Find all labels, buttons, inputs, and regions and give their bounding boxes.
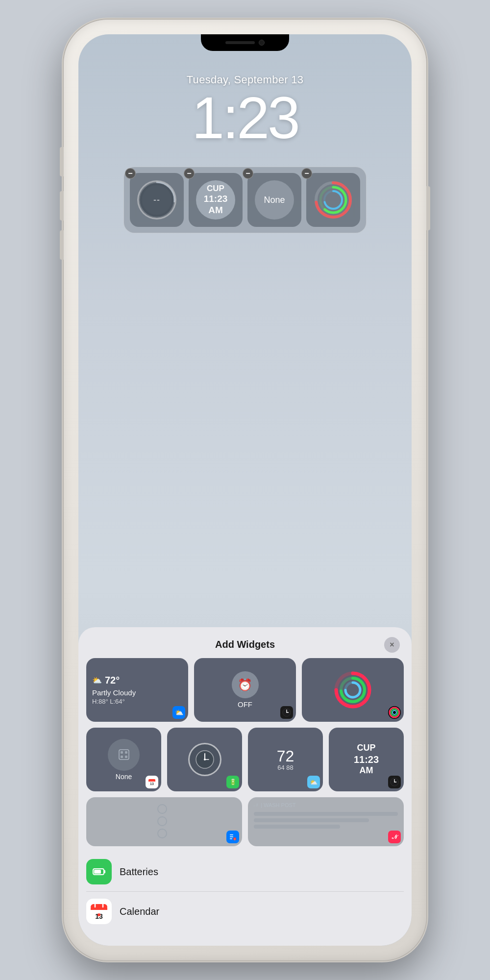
close-button[interactable]: × bbox=[384, 637, 400, 653]
rings-svg bbox=[314, 180, 353, 220]
temp-number-display: 72 64 88 bbox=[277, 748, 294, 771]
cup-circle: CUP 11:23 AM bbox=[196, 180, 235, 220]
reminder-row-2 bbox=[157, 816, 171, 826]
calendar-app-name: Calendar bbox=[120, 906, 159, 917]
wash-post-line-1 bbox=[254, 812, 398, 816]
svg-rect-23 bbox=[125, 751, 127, 754]
none-small-icon bbox=[108, 739, 140, 771]
svg-rect-38 bbox=[230, 836, 233, 837]
clock-app-badge bbox=[280, 706, 293, 719]
cup-am: AM bbox=[204, 205, 228, 216]
rings-widget[interactable]: − bbox=[306, 173, 360, 227]
reminders-card[interactable]: ! bbox=[86, 797, 242, 846]
weather-app-badge: ⛅ bbox=[172, 706, 185, 719]
news-app-badge: 𝒩 bbox=[388, 831, 401, 843]
wash-post-card[interactable]: 𝒩 | WASH POST 𝒩 bbox=[248, 797, 404, 846]
batteries-app-badge: 🔋 bbox=[226, 776, 239, 788]
svg-rect-22 bbox=[121, 751, 123, 754]
none-remove-button[interactable]: − bbox=[243, 168, 253, 179]
clock-badge-cup bbox=[388, 776, 401, 788]
wash-post-content bbox=[254, 812, 398, 829]
svg-rect-21 bbox=[119, 750, 129, 760]
activity-app-badge bbox=[388, 706, 401, 719]
batteries-list-item[interactable]: Batteries bbox=[86, 852, 404, 892]
cup-small-am: AM bbox=[354, 765, 379, 776]
calendar-app-badge: 13 bbox=[146, 776, 158, 788]
watch-face-circle bbox=[188, 743, 221, 776]
alarm-widget-card[interactable]: ⏰ OFF bbox=[194, 658, 296, 722]
activity-rings-svg bbox=[333, 670, 372, 710]
speaker bbox=[225, 41, 255, 44]
wash-post-line-2 bbox=[254, 818, 369, 822]
cup-small-text: CUP 11:23 AM bbox=[354, 743, 379, 776]
none-circle: None bbox=[255, 180, 294, 220]
wash-post-line-3 bbox=[254, 825, 340, 829]
add-widgets-panel: Add Widgets × ⛅ 72° Partly Cloudy H:88° … bbox=[78, 627, 412, 946]
dial-widget[interactable]: − -- bbox=[130, 173, 184, 227]
none-small-label: None bbox=[116, 773, 132, 781]
weather-small-badge: ⛅ bbox=[307, 776, 320, 788]
close-icon: × bbox=[390, 640, 394, 649]
reminders-app-badge: ! bbox=[226, 831, 239, 843]
watch-face-card[interactable]: 🔋 bbox=[167, 728, 242, 791]
svg-point-49 bbox=[98, 913, 100, 916]
front-camera bbox=[259, 40, 265, 46]
alarm-icon: ⏰ bbox=[232, 671, 259, 698]
svg-rect-37 bbox=[230, 834, 233, 835]
lock-time: 1:23 bbox=[192, 88, 298, 147]
svg-point-33 bbox=[204, 759, 206, 760]
app-list-section: Batteries 13 Calend bbox=[78, 852, 412, 931]
rings-remove-button[interactable]: − bbox=[301, 168, 312, 179]
activity-rings-card[interactable] bbox=[302, 658, 404, 722]
none-small-card[interactable]: None 13 bbox=[86, 728, 161, 791]
panel-header: Add Widgets × bbox=[78, 627, 412, 658]
temp-number-card[interactable]: 72 64 88 ⛅ bbox=[248, 728, 323, 791]
cup-widget[interactable]: − CUP 11:23 AM bbox=[189, 173, 243, 227]
cup-small-label: CUP bbox=[354, 743, 379, 754]
cup-text: CUP 11:23 AM bbox=[204, 184, 228, 216]
svg-text:13: 13 bbox=[150, 782, 154, 785]
first-widget-row: ⛅ 72° Partly Cloudy H:88° L:64° ⛅ ⏰ OFF bbox=[78, 658, 412, 722]
svg-rect-47 bbox=[91, 908, 107, 910]
dial-circle: -- bbox=[137, 180, 176, 220]
alarm-status: OFF bbox=[238, 700, 252, 709]
svg-rect-44 bbox=[104, 870, 105, 873]
wash-post-n-icon: 𝒩 bbox=[254, 802, 258, 808]
reminder-row-1 bbox=[157, 804, 171, 814]
batteries-app-icon bbox=[86, 859, 112, 884]
reminder-circle-2 bbox=[157, 816, 167, 826]
cup-small-card[interactable]: CUP 11:23 AM bbox=[329, 728, 404, 791]
reminder-row-3 bbox=[157, 829, 171, 838]
lock-screen: Tuesday, September 13 1:23 − -- bbox=[78, 34, 412, 377]
cup-time: 11:23 bbox=[204, 194, 228, 205]
calendar-list-item[interactable]: 13 Calendar bbox=[86, 892, 404, 931]
dial-remove-button[interactable]: − bbox=[125, 168, 136, 179]
cup-label: CUP bbox=[204, 184, 228, 194]
weather-widget-card[interactable]: ⛅ 72° Partly Cloudy H:88° L:64° ⛅ bbox=[86, 658, 188, 722]
temp-big-number: 72 bbox=[277, 748, 294, 764]
none-widget[interactable]: − None bbox=[247, 173, 301, 227]
second-widget-row: None 13 🔋 bbox=[78, 728, 412, 791]
weather-range: H:88° L:64° bbox=[92, 698, 182, 705]
wash-post-title: | WASH POST bbox=[261, 802, 296, 808]
svg-rect-39 bbox=[230, 838, 232, 839]
wash-post-header: 𝒩 | WASH POST bbox=[254, 802, 398, 808]
svg-rect-24 bbox=[121, 756, 123, 758]
third-widget-row: ! 𝒩 | WASH POST 𝒩 bbox=[78, 797, 412, 846]
notch bbox=[201, 34, 289, 51]
phone-screen: Tuesday, September 13 1:23 − -- bbox=[78, 34, 412, 946]
weather-temp: 72° bbox=[105, 675, 120, 686]
svg-rect-28 bbox=[148, 781, 155, 782]
phone-frame: Tuesday, September 13 1:23 − -- bbox=[64, 20, 426, 960]
batteries-app-name: Batteries bbox=[120, 866, 158, 878]
svg-rect-43 bbox=[94, 870, 101, 874]
temp-small-range: 64 88 bbox=[277, 764, 294, 771]
weather-desc: Partly Cloudy bbox=[92, 688, 182, 697]
reminder-circle-3 bbox=[157, 829, 167, 838]
cup-small-time: 11:23 bbox=[354, 754, 379, 765]
reminder-circle-1 bbox=[157, 804, 167, 814]
widget-row: − -- − CUP 11:23 bbox=[123, 167, 367, 233]
cup-remove-button[interactable]: − bbox=[184, 168, 195, 179]
panel-title: Add Widgets bbox=[215, 639, 275, 650]
none-label: None bbox=[264, 195, 285, 205]
